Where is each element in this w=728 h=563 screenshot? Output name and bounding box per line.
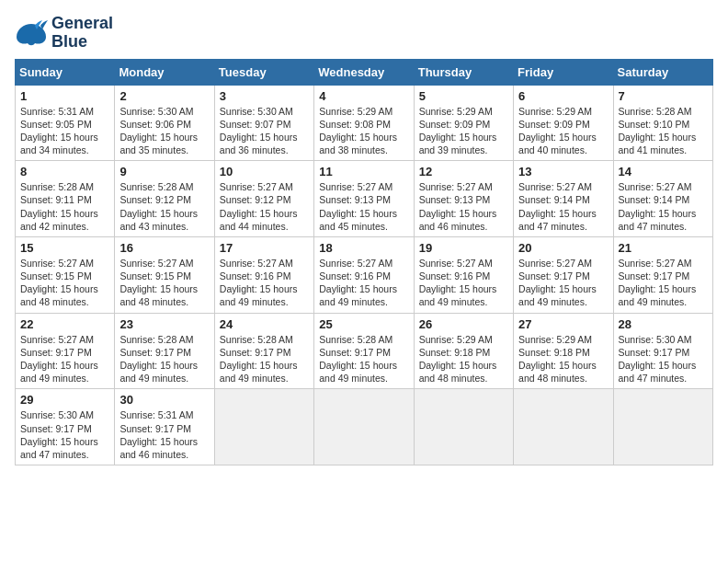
day-info: Sunrise: 5:27 AMSunset: 9:16 PMDaylight:…	[419, 257, 508, 309]
day-info: Sunrise: 5:27 AMSunset: 9:16 PMDaylight:…	[319, 257, 408, 309]
calendar-cell: 29Sunrise: 5:30 AMSunset: 9:17 PMDayligh…	[16, 389, 115, 465]
calendar-header-friday: Friday	[514, 59, 613, 85]
day-info: Sunrise: 5:27 AMSunset: 9:14 PMDaylight:…	[619, 180, 708, 233]
day-info: Sunrise: 5:30 AMSunset: 9:07 PMDaylight:…	[220, 105, 309, 157]
calendar-cell	[314, 389, 414, 465]
calendar-cell	[214, 389, 313, 465]
calendar-cell	[613, 389, 712, 465]
calendar-header-row: SundayMondayTuesdayWednesdayThursdayFrid…	[16, 59, 713, 85]
day-number: 3	[220, 89, 309, 103]
day-number: 23	[119, 317, 209, 331]
day-number: 2	[119, 89, 209, 103]
day-number: 29	[20, 393, 109, 407]
calendar-header-thursday: Thursday	[414, 59, 513, 85]
calendar-cell: 8Sunrise: 5:28 AMSunset: 9:11 PMDaylight…	[16, 161, 115, 237]
calendar-header-sunday: Sunday	[16, 59, 115, 85]
day-number: 25	[319, 317, 408, 331]
day-number: 9	[119, 165, 209, 178]
calendar-week-3: 15Sunrise: 5:27 AMSunset: 9:15 PMDayligh…	[16, 236, 713, 313]
day-info: Sunrise: 5:30 AMSunset: 9:17 PMDaylight:…	[619, 333, 708, 385]
calendar-header-monday: Monday	[115, 59, 214, 85]
calendar-cell: 10Sunrise: 5:27 AMSunset: 9:12 PMDayligh…	[214, 161, 313, 237]
logo-text: General Blue	[51, 15, 113, 52]
calendar-cell: 4Sunrise: 5:29 AMSunset: 9:08 PMDaylight…	[314, 85, 414, 161]
day-info: Sunrise: 5:27 AMSunset: 9:12 PMDaylight:…	[220, 180, 309, 233]
calendar-cell: 9Sunrise: 5:28 AMSunset: 9:12 PMDaylight…	[115, 161, 214, 237]
calendar-cell: 6Sunrise: 5:29 AMSunset: 9:09 PMDaylight…	[514, 85, 613, 161]
calendar-cell: 13Sunrise: 5:27 AMSunset: 9:14 PMDayligh…	[514, 161, 613, 237]
calendar-cell: 15Sunrise: 5:27 AMSunset: 9:15 PMDayligh…	[16, 236, 115, 313]
day-number: 7	[619, 89, 708, 103]
day-number: 15	[20, 241, 109, 255]
calendar-header-wednesday: Wednesday	[314, 59, 414, 85]
calendar-week-4: 22Sunrise: 5:27 AMSunset: 9:17 PMDayligh…	[16, 313, 713, 389]
calendar-cell: 3Sunrise: 5:30 AMSunset: 9:07 PMDaylight…	[214, 85, 313, 161]
calendar-cell: 5Sunrise: 5:29 AMSunset: 9:09 PMDaylight…	[414, 85, 513, 161]
calendar-cell: 23Sunrise: 5:28 AMSunset: 9:17 PMDayligh…	[115, 313, 214, 389]
calendar-cell: 30Sunrise: 5:31 AMSunset: 9:17 PMDayligh…	[115, 389, 214, 465]
day-info: Sunrise: 5:27 AMSunset: 9:13 PMDaylight:…	[419, 180, 508, 233]
day-number: 28	[619, 317, 708, 331]
day-info: Sunrise: 5:28 AMSunset: 9:11 PMDaylight:…	[20, 180, 109, 233]
day-number: 19	[419, 241, 508, 255]
day-info: Sunrise: 5:31 AMSunset: 9:05 PMDaylight:…	[20, 105, 109, 157]
calendar-cell: 22Sunrise: 5:27 AMSunset: 9:17 PMDayligh…	[16, 313, 115, 389]
day-info: Sunrise: 5:30 AMSunset: 9:06 PMDaylight:…	[119, 105, 209, 157]
calendar-cell: 7Sunrise: 5:28 AMSunset: 9:10 PMDaylight…	[613, 85, 712, 161]
calendar-cell: 24Sunrise: 5:28 AMSunset: 9:17 PMDayligh…	[214, 313, 313, 389]
logo-icon	[15, 20, 48, 46]
day-info: Sunrise: 5:27 AMSunset: 9:14 PMDaylight:…	[518, 180, 608, 233]
calendar-cell: 11Sunrise: 5:27 AMSunset: 9:13 PMDayligh…	[314, 161, 414, 237]
day-info: Sunrise: 5:29 AMSunset: 9:08 PMDaylight:…	[319, 105, 408, 157]
day-number: 5	[419, 89, 508, 103]
page-header: General Blue	[15, 15, 713, 52]
calendar-cell: 19Sunrise: 5:27 AMSunset: 9:16 PMDayligh…	[414, 236, 513, 313]
calendar-cell: 20Sunrise: 5:27 AMSunset: 9:17 PMDayligh…	[514, 236, 613, 313]
day-info: Sunrise: 5:27 AMSunset: 9:15 PMDaylight:…	[119, 257, 209, 309]
calendar-cell: 12Sunrise: 5:27 AMSunset: 9:13 PMDayligh…	[414, 161, 513, 237]
day-number: 14	[619, 165, 708, 178]
day-number: 20	[518, 241, 608, 255]
day-info: Sunrise: 5:29 AMSunset: 9:18 PMDaylight:…	[419, 333, 508, 385]
calendar-week-1: 1Sunrise: 5:31 AMSunset: 9:05 PMDaylight…	[16, 85, 713, 161]
calendar-cell	[414, 389, 513, 465]
day-info: Sunrise: 5:28 AMSunset: 9:17 PMDaylight:…	[319, 333, 408, 385]
calendar-table: SundayMondayTuesdayWednesdayThursdayFrid…	[15, 59, 713, 465]
day-number: 10	[220, 165, 309, 178]
day-info: Sunrise: 5:31 AMSunset: 9:17 PMDaylight:…	[119, 408, 209, 461]
day-number: 17	[220, 241, 309, 255]
day-number: 27	[518, 317, 608, 331]
calendar-week-5: 29Sunrise: 5:30 AMSunset: 9:17 PMDayligh…	[16, 389, 713, 465]
day-info: Sunrise: 5:27 AMSunset: 9:17 PMDaylight:…	[20, 333, 109, 385]
calendar-cell: 26Sunrise: 5:29 AMSunset: 9:18 PMDayligh…	[414, 313, 513, 389]
calendar-cell: 14Sunrise: 5:27 AMSunset: 9:14 PMDayligh…	[613, 161, 712, 237]
calendar-cell: 1Sunrise: 5:31 AMSunset: 9:05 PMDaylight…	[16, 85, 115, 161]
day-number: 26	[419, 317, 508, 331]
day-number: 1	[20, 89, 109, 103]
calendar-cell: 16Sunrise: 5:27 AMSunset: 9:15 PMDayligh…	[115, 236, 214, 313]
calendar-cell: 25Sunrise: 5:28 AMSunset: 9:17 PMDayligh…	[314, 313, 414, 389]
calendar-cell: 18Sunrise: 5:27 AMSunset: 9:16 PMDayligh…	[314, 236, 414, 313]
day-number: 21	[619, 241, 708, 255]
day-number: 12	[419, 165, 508, 178]
day-number: 30	[119, 393, 209, 407]
day-info: Sunrise: 5:29 AMSunset: 9:18 PMDaylight:…	[518, 333, 608, 385]
day-info: Sunrise: 5:29 AMSunset: 9:09 PMDaylight:…	[518, 105, 608, 157]
calendar-week-2: 8Sunrise: 5:28 AMSunset: 9:11 PMDaylight…	[16, 161, 713, 237]
calendar-header-saturday: Saturday	[613, 59, 712, 85]
calendar-cell	[514, 389, 613, 465]
day-number: 6	[518, 89, 608, 103]
day-number: 22	[20, 317, 109, 331]
day-number: 4	[319, 89, 408, 103]
day-number: 24	[220, 317, 309, 331]
calendar-cell: 28Sunrise: 5:30 AMSunset: 9:17 PMDayligh…	[613, 313, 712, 389]
day-info: Sunrise: 5:27 AMSunset: 9:16 PMDaylight:…	[220, 257, 309, 309]
day-number: 18	[319, 241, 408, 255]
day-number: 11	[319, 165, 408, 178]
logo: General Blue	[15, 15, 113, 52]
day-info: Sunrise: 5:28 AMSunset: 9:10 PMDaylight:…	[619, 105, 708, 157]
calendar-cell: 21Sunrise: 5:27 AMSunset: 9:17 PMDayligh…	[613, 236, 712, 313]
day-number: 8	[20, 165, 109, 178]
calendar-cell: 17Sunrise: 5:27 AMSunset: 9:16 PMDayligh…	[214, 236, 313, 313]
day-info: Sunrise: 5:30 AMSunset: 9:17 PMDaylight:…	[20, 408, 109, 461]
